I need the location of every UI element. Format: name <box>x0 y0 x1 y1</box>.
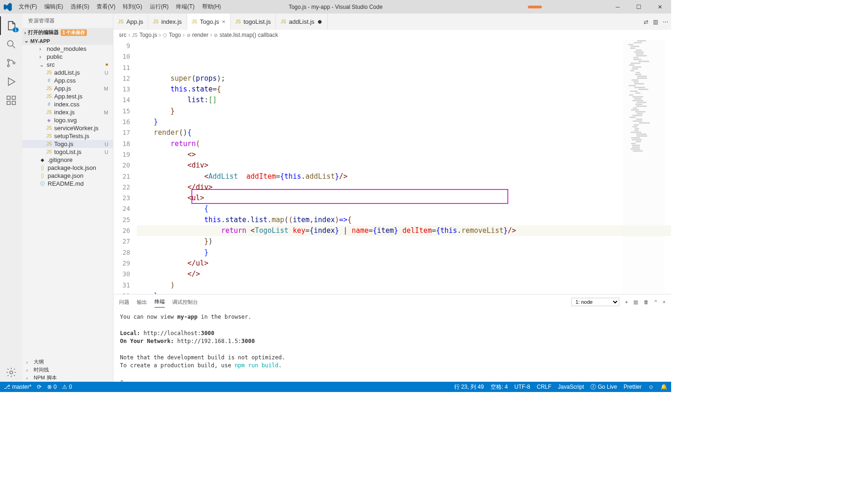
settings-gear-icon[interactable] <box>0 363 22 382</box>
menu-item[interactable]: 编辑(E) <box>41 1 67 13</box>
extensions-icon[interactable] <box>0 91 22 110</box>
sidebar-section-footer[interactable]: ›NPM 脚本 <box>22 374 113 382</box>
code-line[interactable]: render(){ <box>137 127 671 138</box>
editor-tab[interactable]: JSindex.js <box>148 14 187 30</box>
breadcrumb-segment[interactable]: render <box>192 32 209 38</box>
split-terminal-icon[interactable]: ▥ <box>633 299 638 305</box>
kill-terminal-icon[interactable]: 🗑 <box>644 299 649 305</box>
file-item[interactable]: JSserviceWorker.js <box>22 124 113 132</box>
minimap[interactable] <box>623 40 665 294</box>
code-line[interactable]: </> <box>137 269 671 280</box>
sidebar-section-footer[interactable]: ›大纲 <box>22 358 113 366</box>
code-line[interactable]: ) <box>137 280 671 291</box>
editor-tab[interactable]: JStogoList.js <box>231 14 276 30</box>
menu-item[interactable]: 文件(F) <box>15 1 41 13</box>
warnings-item[interactable]: ⚠ 0 <box>62 384 72 390</box>
folder-item[interactable]: ›public <box>22 53 113 61</box>
code-line[interactable]: super(props); <box>137 73 671 84</box>
statusbar-item[interactable]: 行 23, 列 49 <box>454 383 484 391</box>
more-icon[interactable]: ⋯ <box>663 19 668 25</box>
code-line[interactable]: }) <box>137 236 671 247</box>
file-item[interactable]: #App.css <box>22 77 113 84</box>
panel-tab[interactable]: 调试控制台 <box>172 297 198 308</box>
minimize-button[interactable]: ─ <box>607 0 628 14</box>
menu-item[interactable]: 帮助(H) <box>198 1 225 13</box>
file-item[interactable]: JSTogo.jsU <box>22 140 113 148</box>
code-line[interactable]: </ul> <box>137 258 671 269</box>
workspace-header[interactable]: ⌄ MY-APP <box>22 37 113 45</box>
code-line[interactable]: } <box>137 247 671 258</box>
code-line[interactable]: </div> <box>137 182 671 193</box>
statusbar-item[interactable]: CRLF <box>537 383 551 391</box>
code-line[interactable]: } <box>137 117 671 127</box>
errors-item[interactable]: ⊗ 0 <box>47 384 56 390</box>
menu-item[interactable]: 选择(S) <box>67 1 93 13</box>
breadcrumb-segment[interactable]: src <box>119 32 126 38</box>
folder-item[interactable]: ›node_modules <box>22 45 113 53</box>
file-item[interactable]: JSApp.test.js <box>22 92 113 100</box>
code-line[interactable]: <div> <box>137 160 671 171</box>
close-panel-icon[interactable]: × <box>663 299 666 305</box>
file-item[interactable]: JSaddList.jsU <box>22 69 113 77</box>
file-item[interactable]: JSindex.jsM <box>22 108 113 116</box>
menu-item[interactable]: 转到(G) <box>119 1 146 13</box>
code-line[interactable]: } <box>137 106 671 117</box>
folder-item[interactable]: ⌄src• <box>22 61 113 69</box>
code-content[interactable]: super(props); this.state={ list:[] } } r… <box>137 40 671 294</box>
editor-tab[interactable]: JSTogo.js× <box>187 14 231 30</box>
maximize-button[interactable]: ☐ <box>628 0 649 14</box>
menu-item[interactable]: 查看(V) <box>93 1 119 13</box>
breadcrumb[interactable]: src›JSTogo.js›⬡Togo›⊘render›⊘state.list.… <box>113 30 671 40</box>
source-control-icon[interactable] <box>0 54 22 72</box>
statusbar-item[interactable]: Prettier <box>624 383 642 391</box>
code-line[interactable]: this.state.list.map((item,index)=>{ <box>137 215 671 225</box>
file-item[interactable]: JStogoList.jsU <box>22 148 113 156</box>
file-item[interactable]: {}package.json <box>22 172 113 180</box>
file-item[interactable]: ⓘREADME.md <box>22 180 113 188</box>
code-line[interactable]: <AddList addItem={this.addList}/> <box>137 171 671 182</box>
search-icon[interactable] <box>0 35 22 54</box>
panel-tab[interactable]: 输出 <box>137 297 147 308</box>
sync-item[interactable]: ⟳ <box>37 384 42 390</box>
menu-item[interactable]: 运行(R) <box>146 1 173 13</box>
code-line[interactable]: return <TogoList key={index} | name={ite… <box>137 225 671 236</box>
run-debug-icon[interactable] <box>0 72 22 91</box>
split-icon[interactable]: ▥ <box>653 19 658 25</box>
open-editors-section[interactable]: › 打开的编辑器 1 个未保存 <box>22 28 113 37</box>
file-item[interactable]: JSsetupTests.js <box>22 132 113 140</box>
code-line[interactable]: return( <box>137 139 671 149</box>
new-terminal-icon[interactable]: + <box>625 299 628 305</box>
panel-tab[interactable]: 问题 <box>119 297 129 308</box>
statusbar-item[interactable]: 🔔 <box>660 383 667 391</box>
file-item[interactable]: #index.css <box>22 100 113 108</box>
code-line[interactable]: <ul> <box>137 193 671 203</box>
compare-icon[interactable]: ⇄ <box>644 19 648 25</box>
breadcrumb-segment[interactable]: state.list.map() callback <box>219 32 278 38</box>
git-branch-item[interactable]: ⎇ master* <box>4 384 31 390</box>
editor-tab[interactable]: JSApp.js <box>113 14 148 30</box>
update-indicator[interactable] <box>528 6 542 8</box>
code-line[interactable]: <> <box>137 149 671 160</box>
terminal-selector[interactable]: 1: node <box>571 298 619 306</box>
code-line[interactable]: { <box>137 203 671 214</box>
statusbar-item[interactable]: ⓡ Go Live <box>590 383 617 391</box>
breadcrumb-segment[interactable]: Togo.js <box>140 32 157 38</box>
panel-tab[interactable]: 终端 <box>154 296 165 308</box>
sidebar-section-footer[interactable]: ›时间线 <box>22 366 113 374</box>
terminal-output[interactable]: You can now view my-app in the browser. … <box>113 309 671 382</box>
file-item[interactable]: ◈logo.svg <box>22 116 113 124</box>
explorer-icon[interactable]: 1 <box>0 16 22 35</box>
file-item[interactable]: {}package-lock.json <box>22 164 113 172</box>
statusbar-item[interactable]: UTF-8 <box>514 383 530 391</box>
editor-tab[interactable]: JSaddList.js● <box>276 14 327 30</box>
statusbar-item[interactable]: JavaScript <box>558 383 584 391</box>
menu-item[interactable]: 终端(T) <box>172 1 198 13</box>
code-line[interactable]: } <box>137 291 671 294</box>
file-item[interactable]: JSApp.jsM <box>22 84 113 92</box>
close-button[interactable]: ✕ <box>649 0 670 14</box>
maximize-panel-icon[interactable]: ^ <box>654 299 657 305</box>
breadcrumb-segment[interactable]: Togo <box>169 32 181 38</box>
statusbar-item[interactable]: 空格: 4 <box>491 383 508 391</box>
file-item[interactable]: ◆.gitignore <box>22 156 113 164</box>
code-line[interactable]: list:[] <box>137 95 671 105</box>
